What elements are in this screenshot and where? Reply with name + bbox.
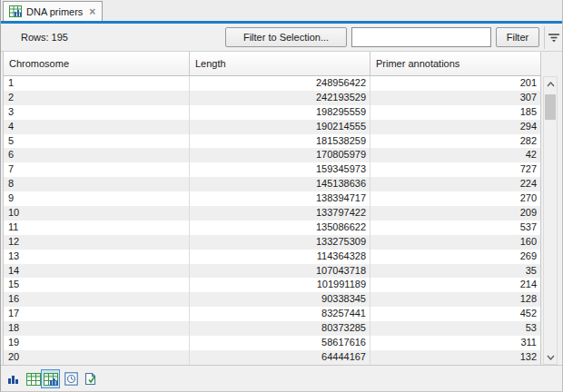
cell-primer-annotations: 35 <box>370 264 540 279</box>
cell-length: 133275309 <box>190 235 370 250</box>
cell-length: 190214555 <box>190 120 370 134</box>
table-row[interactable]: 16 90338345 128 <box>4 292 540 307</box>
cell-length: 101991189 <box>190 278 370 292</box>
cell-chromosome: 15 <box>4 278 190 292</box>
view-switcher-bar <box>1 365 562 392</box>
cell-length: 242193529 <box>190 91 370 105</box>
cell-chromosome: 4 <box>4 120 190 134</box>
cell-length: 248956422 <box>190 76 370 91</box>
bar-chart-icon <box>7 374 19 385</box>
cell-length: 133797422 <box>190 206 370 220</box>
column-header-primer-annotations[interactable]: Primer annotations <box>370 52 540 75</box>
cell-primer-annotations: 185 <box>370 105 540 120</box>
cell-primer-annotations: 270 <box>370 191 540 206</box>
cell-chromosome: 13 <box>4 250 190 264</box>
table-body: 1 248956422 201 2 242193529 307 3 198295… <box>4 76 540 365</box>
tab-title: DNA primers <box>26 6 83 17</box>
table-row[interactable]: 12 133275309 160 <box>4 235 540 250</box>
clock-icon <box>64 372 78 386</box>
document-check-icon <box>84 372 97 386</box>
cell-primer-annotations: 282 <box>370 134 540 149</box>
scroll-up-icon[interactable] <box>544 77 557 91</box>
data-table: Chromosome Length Primer annotations 1 2… <box>3 52 541 365</box>
cell-chromosome: 1 <box>4 76 190 91</box>
cell-primer-annotations: 214 <box>370 278 540 292</box>
table-row[interactable]: 7 159345973 727 <box>4 162 540 177</box>
table-row[interactable]: 9 138394717 270 <box>4 191 540 206</box>
column-header-chromosome[interactable]: Chromosome <box>4 52 190 75</box>
table-header-row: Chromosome Length Primer annotations <box>4 52 540 76</box>
filter-input[interactable] <box>351 27 491 47</box>
vertical-scrollbar[interactable] <box>543 76 558 365</box>
table-view-window: DNA primers × Rows: 195 Filter to Select… <box>0 0 563 392</box>
advanced-filter-icon[interactable] <box>548 31 560 44</box>
table-row[interactable]: 8 145138636 224 <box>4 177 540 191</box>
history-view-button[interactable] <box>62 369 81 388</box>
table-row[interactable]: 13 114364328 269 <box>4 250 540 264</box>
cell-primer-annotations: 201 <box>370 76 540 91</box>
table-row[interactable]: 3 198295559 185 <box>4 105 540 120</box>
cell-length: 114364328 <box>190 250 370 264</box>
scrollbar-thumb[interactable] <box>545 94 556 120</box>
table-row[interactable]: 17 83257441 452 <box>4 307 540 321</box>
cell-chromosome: 6 <box>4 148 190 162</box>
cell-primer-annotations: 307 <box>370 91 540 105</box>
cell-chromosome: 9 <box>4 191 190 206</box>
cell-length: 181538259 <box>190 134 370 149</box>
tab-bar: DNA primers × <box>1 0 562 21</box>
cell-chromosome: 5 <box>4 134 190 149</box>
table-row[interactable]: 18 80373285 53 <box>4 321 540 336</box>
cell-primer-annotations: 209 <box>370 206 540 220</box>
cell-chromosome: 10 <box>4 206 190 220</box>
table-row[interactable]: 1 248956422 201 <box>4 76 540 91</box>
filter-to-selection-button[interactable]: Filter to Selection... <box>225 27 347 47</box>
cell-chromosome: 2 <box>4 91 190 105</box>
table-row[interactable]: 15 101991189 214 <box>4 278 540 292</box>
histogram-view-button[interactable] <box>4 369 23 388</box>
cell-length: 83257441 <box>190 307 370 321</box>
cell-length: 159345973 <box>190 162 370 177</box>
cell-primer-annotations: 537 <box>370 220 540 235</box>
toolbar-separator <box>544 26 545 49</box>
cell-chromosome: 12 <box>4 235 190 250</box>
cell-chromosome: 18 <box>4 321 190 336</box>
table-row[interactable]: 20 64444167 132 <box>4 350 540 365</box>
cell-primer-annotations: 132 <box>370 350 540 365</box>
table-row[interactable]: 5 181538259 282 <box>4 134 540 149</box>
filter-button[interactable]: Filter <box>496 27 539 47</box>
cell-chromosome: 14 <box>4 264 190 279</box>
cell-chromosome: 16 <box>4 292 190 307</box>
tab-dna-primers[interactable]: DNA primers × <box>3 1 103 21</box>
table-view-button[interactable] <box>24 369 43 388</box>
cell-length: 107043718 <box>190 264 370 279</box>
cell-primer-annotations: 42 <box>370 148 540 162</box>
scroll-down-icon[interactable] <box>544 350 557 364</box>
cell-chromosome: 17 <box>4 307 190 321</box>
cell-length: 90338345 <box>190 292 370 307</box>
table-row[interactable]: 4 190214555 294 <box>4 120 540 134</box>
cell-primer-annotations: 452 <box>370 307 540 321</box>
table-row[interactable]: 10 133797422 209 <box>4 206 540 220</box>
table-row[interactable]: 19 58617616 311 <box>4 336 540 350</box>
cell-chromosome: 11 <box>4 220 190 235</box>
rows-count-label: Rows: 195 <box>21 32 68 43</box>
table-row[interactable]: 2 242193529 307 <box>4 91 540 105</box>
cell-primer-annotations: 727 <box>370 162 540 177</box>
table-chart-icon <box>9 5 22 17</box>
close-icon[interactable]: × <box>89 6 95 17</box>
cell-primer-annotations: 53 <box>370 321 540 336</box>
cell-length: 170805979 <box>190 148 370 162</box>
element-info-view-button[interactable] <box>81 369 100 388</box>
table-row[interactable]: 11 135086622 537 <box>4 220 540 235</box>
cell-primer-annotations: 128 <box>370 292 540 307</box>
table-chart-view-button[interactable] <box>41 369 60 388</box>
cell-primer-annotations: 224 <box>370 177 540 191</box>
cell-length: 64444167 <box>190 350 370 365</box>
table-row[interactable]: 14 107043718 35 <box>4 264 540 279</box>
table-icon <box>26 373 41 386</box>
cell-length: 198295559 <box>190 105 370 120</box>
table-row[interactable]: 6 170805979 42 <box>4 148 540 162</box>
cell-chromosome: 8 <box>4 177 190 191</box>
cell-chromosome: 7 <box>4 162 190 177</box>
column-header-length[interactable]: Length <box>190 52 370 75</box>
